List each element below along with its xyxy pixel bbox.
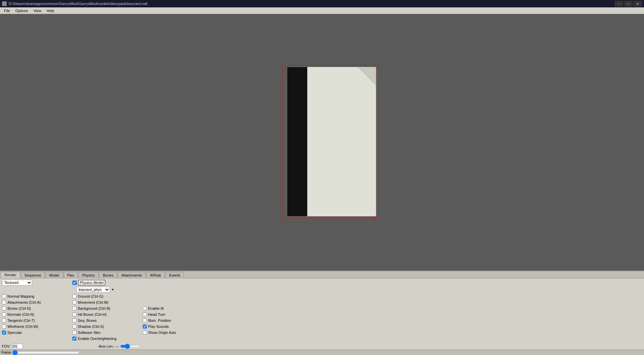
tab-model[interactable]: Model [46, 272, 63, 278]
illum-position-checkbox[interactable] [143, 318, 147, 322]
tab-bones[interactable]: Bones [99, 272, 117, 278]
viewport[interactable] [0, 14, 644, 271]
tab-ikrule[interactable]: IKRule [146, 272, 165, 278]
tab-flex[interactable]: Flex [64, 272, 78, 278]
tabs-bar: Render Sequence Model Flex Physics Bones… [0, 271, 644, 278]
menubar: File Options View Help [0, 7, 644, 14]
tab-physics[interactable]: Physics [78, 272, 99, 278]
enable-ik-label: Enable IK [148, 306, 164, 310]
framebar: Frame [0, 350, 644, 355]
attachments-label: Attachments (Ctrl-A) [7, 300, 41, 304]
texture-dropdown[interactable]: Textured Wireframe Flat Shaded [2, 280, 32, 286]
menu-file[interactable]: File [1, 8, 13, 13]
background-label: Background (Ctrl-B) [78, 306, 110, 310]
head-turn-checkbox[interactable] [143, 312, 147, 316]
checkboxes-col2: Ground (Ctrl-G) Movement (Ctrl-M) Backgr… [72, 294, 143, 341]
head-turn-label: Head Turn [148, 312, 165, 316]
attachments-checkbox[interactable] [2, 300, 6, 304]
minimize-button[interactable]: ─ [615, 1, 623, 7]
illum-position-label: Illum. Position [148, 318, 171, 322]
seq-boxes-checkbox[interactable] [72, 318, 76, 322]
tab-attachments[interactable]: Attachments [118, 272, 145, 278]
menu-options[interactable]: Options [13, 8, 31, 13]
frame-label: Frame [1, 351, 11, 354]
specular-label: Specular [7, 331, 22, 335]
enable-overbrightening-checkbox[interactable] [72, 337, 76, 341]
normals-checkbox[interactable] [2, 312, 6, 316]
enable-overbrightening-label: Enable Overbrightening [78, 337, 117, 341]
axis-len-dash: — [115, 344, 119, 348]
movement-label: Movement (Ctrl-M) [78, 300, 109, 304]
specular-checkbox[interactable] [2, 331, 6, 335]
close-button[interactable]: ✕ [633, 1, 642, 7]
movement-checkbox[interactable] [72, 300, 76, 304]
svg-rect-5 [287, 67, 307, 216]
fov-label: FOV: [2, 344, 10, 348]
tangents-checkbox[interactable] [2, 318, 6, 322]
play-sounds-checkbox[interactable] [143, 324, 147, 329]
ground-checkbox[interactable] [72, 294, 76, 298]
enable-ik-checkbox[interactable] [143, 306, 147, 310]
wireframe-label: Wireframe (Ctrl-W) [7, 324, 38, 329]
frame-slider[interactable] [12, 351, 79, 354]
checkboxes-grid: Normal Mapping Attachments (Ctrl-A) Bone… [2, 294, 642, 341]
fov-row: FOV: [2, 344, 23, 349]
titlebar-title: D:\Steam\steamapps\common\GarrysMod\Garr… [9, 2, 147, 6]
shadow-checkbox[interactable] [72, 324, 76, 329]
bones-checkbox[interactable] [2, 306, 6, 310]
normal-mapping-checkbox[interactable] [2, 294, 6, 298]
checkboxes-col1: Normal Mapping Attachments (Ctrl-A) Bone… [2, 294, 72, 341]
axis-len-label: Axis Len: [99, 344, 114, 348]
axis-len-row: Axis Len: — [99, 344, 140, 348]
show-origin-axis-checkbox[interactable] [143, 331, 147, 335]
tab-render[interactable]: Render [1, 272, 20, 278]
maximize-button[interactable]: □ [624, 1, 633, 7]
fov-input[interactable] [13, 344, 23, 349]
tab-sequence[interactable]: Sequence [21, 272, 45, 278]
software-skin-label: Software Skin [78, 331, 101, 335]
tangents-label: Tangents (Ctrl-T) [7, 318, 35, 322]
normals-label: Normals (Ctrl-N) [7, 312, 34, 316]
checkboxes-col3: Enable IK Head Turn Illum. Position Play… [143, 294, 213, 341]
physics-submodel-dropdown[interactable]: keycard_phys [76, 287, 110, 293]
physics-model-checkbox[interactable] [72, 281, 77, 285]
background-checkbox[interactable] [72, 306, 76, 310]
svg-marker-6 [307, 67, 376, 216]
menu-view[interactable]: View [31, 8, 44, 13]
ground-label: Ground (Ctrl-G) [78, 294, 103, 298]
render-controls: Textured Wireframe Flat Shaded Physics M… [0, 278, 644, 350]
physics-model-label: Physics Model [78, 280, 105, 285]
titlebar-controls: ─ □ ✕ [615, 1, 642, 7]
software-skin-checkbox[interactable] [72, 331, 76, 335]
bottom-panel: Render Sequence Model Flex Physics Bones… [0, 271, 644, 355]
titlebar-left: D:\Steam\steamapps\common\GarrysMod\Garr… [2, 1, 147, 6]
normal-mapping-label: Normal Mapping [7, 294, 35, 298]
app-window: D:\Steam\steamapps\common\GarrysMod\Garr… [0, 0, 644, 355]
titlebar: D:\Steam\steamapps\common\GarrysMod\Garr… [0, 0, 644, 7]
axis-len-slider[interactable] [120, 344, 140, 348]
model-view [280, 64, 379, 221]
seq-boxes-label: Seq. Boxes [78, 318, 96, 322]
wireframe-checkbox[interactable] [2, 324, 6, 329]
menu-help[interactable]: Help [44, 8, 57, 13]
show-origin-axis-label: Show Origin Axis [148, 331, 176, 335]
hit-boxes-label: Hit Boxes (Ctrl-H) [78, 312, 107, 316]
app-icon [2, 1, 7, 6]
physics-dropdown-arrow: ▼ [111, 288, 114, 291]
shadow-label: Shadow (Ctrl-S) [78, 324, 104, 329]
bones-label: Bones (Ctrl-D) [7, 306, 31, 310]
play-sounds-label: Play Sounds [148, 324, 169, 329]
hit-boxes-checkbox[interactable] [72, 312, 76, 316]
tab-events[interactable]: Events [166, 272, 184, 278]
